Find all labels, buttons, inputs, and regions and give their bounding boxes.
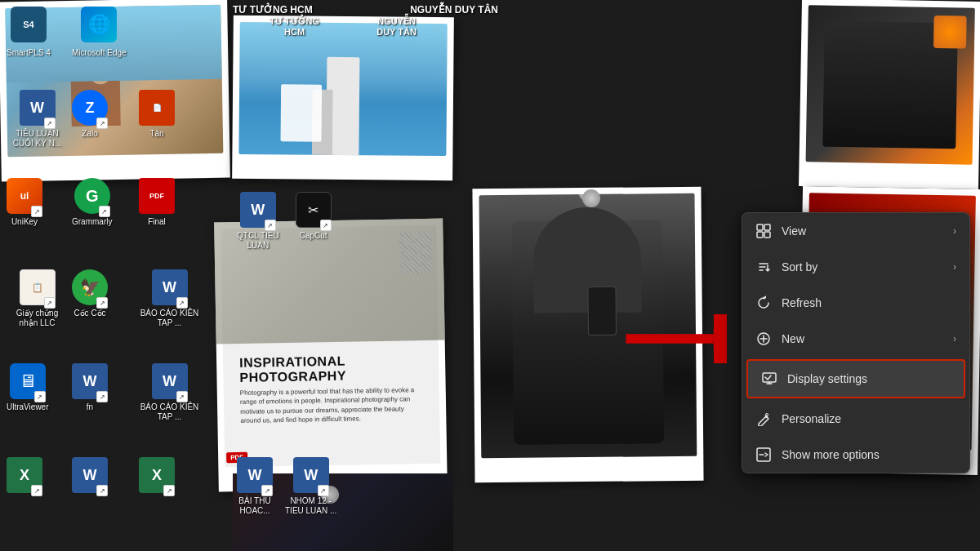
bao-cao-label: BÁO CÁO KIÊN TAP ... [139,309,200,328]
capcut-icon-item[interactable]: ✂ CapCut [296,192,332,251]
capcut-label: CapCut [300,231,327,241]
nguyen-icon[interactable]: NGUYỄNDUY TÂN [376,16,416,39]
personalize-icon [755,411,772,427]
personalize-label: Personalize [782,412,956,425]
word-bottom-icon[interactable]: W [72,457,108,496]
svg-rect-6 [764,232,770,238]
grammarly-icon[interactable]: G Grammarly [72,178,112,227]
menu-item-display-settings[interactable]: Display settings [748,361,964,397]
menu-item-display-settings-wrapper[interactable]: Display settings [746,359,965,398]
svg-rect-3 [757,224,763,230]
bai-thu-icon[interactable]: W BÀI THUHOAC... [237,457,273,516]
excel2-icon[interactable]: X [139,457,175,496]
show-more-label: Show more options [782,448,956,461]
nguyen-duy-tan-label: NGUYỄN DUY TÂN [410,4,498,16]
svg-point-9 [766,414,768,416]
desktop-icons-panel: S4 SmartPLS 4 🌐 Microsoft Edge W TIÊU LU… [0,0,229,551]
red-arrow [621,314,727,363]
show-more-icon [755,447,772,463]
zalo-icon[interactable]: Z Zalo [72,90,108,139]
inspirational-body: Photography is a powerful tool that has … [240,385,424,425]
display-settings-label: Display settings [787,372,951,385]
tan-icon[interactable]: 📄 Tân [139,90,175,139]
unikey-icon[interactable]: ui UniKey [7,178,42,227]
refresh-icon [755,295,772,311]
ultraviewer-label: UltraViewer [7,402,49,412]
tu-tuong-header: TƯ TƯỞNGHCM [270,16,319,37]
new-icon [755,331,772,347]
fn-icon[interactable]: W fn [72,363,108,412]
smartpls-label: SmartPLS 4 [7,48,51,58]
view-icon [755,223,772,239]
view-label: View [782,224,943,238]
tu-tuong-icon[interactable]: TƯ TƯỞNGHCM [270,16,319,39]
inspirational-title: INSPIRATIONAL PHOTOGRAPHY [239,353,423,385]
menu-item-view[interactable]: View › [742,213,969,249]
msedge-label: Microsoft Edge [72,48,127,58]
context-menu: View › Sort by › Refresh [742,212,970,473]
new-label: New [782,332,943,345]
sort-by-icon [755,259,772,275]
excel-icon[interactable]: X [7,457,42,496]
tan-label: Tân [149,129,163,139]
view-arrow: › [953,225,956,237]
svg-rect-5 [757,232,763,238]
menu-item-refresh[interactable]: Refresh [742,285,969,321]
menu-item-sort-by[interactable]: Sort by › [742,249,969,285]
svg-marker-2 [714,328,727,349]
sort-by-arrow: › [953,261,956,273]
bao-cao-icon[interactable]: W BÁO CÁO KIÊN TAP ... [139,269,200,328]
display-settings-icon [761,371,777,387]
menu-item-new[interactable]: New › [742,321,969,357]
tieu-luan-icon[interactable]: W TIÊU LUẬN CUÔI KỲ N... [7,90,68,149]
tieu-luan-label: TIÊU LUẬN CUÔI KỲ N... [7,129,68,149]
zalo-label: Zalo [82,129,97,139]
menu-item-show-more[interactable]: Show more options [742,437,969,473]
refresh-label: Refresh [782,296,956,309]
bao-cao2-icon[interactable]: W BÁO CÁO KIÊN TAP ... [139,363,200,422]
fn-label: fn [87,402,93,412]
bai-thu-label: BÀI THUHOAC... [238,496,270,516]
nguyen-header: NGUYỄNDUY TÂN [376,16,416,37]
msedge-icon-item[interactable]: 🌐 Microsoft Edge [72,7,127,58]
nhom12-label: NHOM 12 -TIEU LUAN ... [285,496,336,516]
qtcl-label: QTCL TIEULUAN [237,231,279,251]
ultraviewer-icon[interactable]: 🖥 UltraViewer [7,363,49,412]
svg-rect-4 [764,224,770,230]
qtcl-icon[interactable]: W QTCL TIEULUAN [237,192,279,251]
bao-cao2-label: BÁO CÁO KIÊN TAP ... [139,402,200,422]
photo-pin [582,189,600,207]
nhom12-icon[interactable]: W NHOM 12 -TIEU LUAN ... [285,457,336,516]
final-icon[interactable]: PDF Final [139,178,175,227]
sort-by-label: Sort by [782,260,943,273]
coccoc-icon[interactable]: 🦅 Cốc Cốc [72,269,108,318]
tu-tuong-label: TƯ TƯỞNG HCM [233,4,313,16]
smartpls-icon-item[interactable]: S4 SmartPLS 4 [7,7,51,58]
coccoc-label: Cốc Cốc [74,309,105,318]
giay-label: Giấy chứng nhận LLC [7,309,68,328]
giay-icon[interactable]: 📋 Giấy chứng nhận LLC [7,269,68,328]
grammarly-label: Grammarly [72,217,112,227]
final-label: Final [148,217,166,227]
new-arrow: › [953,333,956,344]
unikey-label: UniKey [11,217,38,227]
desktop: TƯ TƯỞNG HCM NGUYỄN DUY TÂN [0,0,980,551]
menu-item-personalize[interactable]: Personalize [742,401,969,437]
